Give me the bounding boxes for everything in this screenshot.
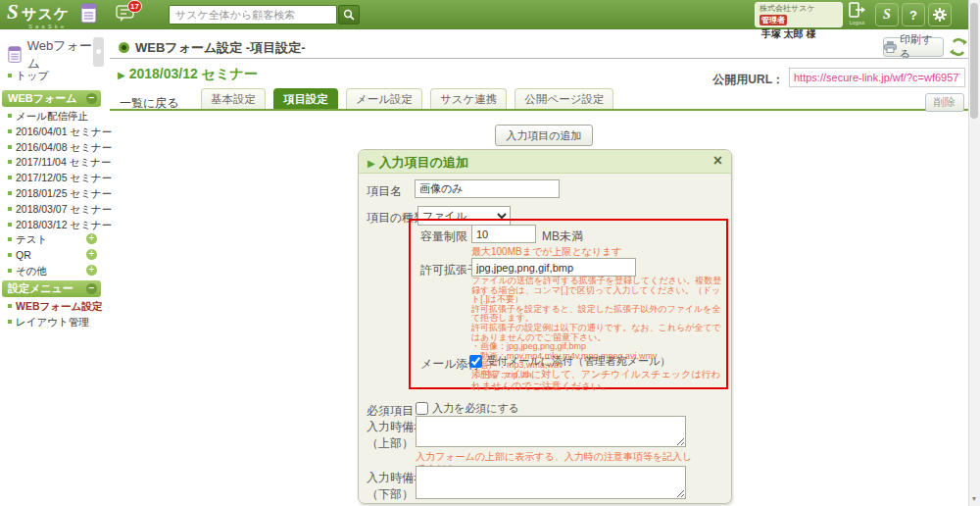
public-url-input[interactable] <box>789 68 965 87</box>
tab-basic[interactable]: 基本設定 <box>201 88 266 109</box>
app-window: S サスケ SaaSke 17 <box>0 0 980 506</box>
item-name-input[interactable] <box>415 179 560 198</box>
sidebar-item[interactable]: その他 <box>8 265 47 279</box>
bullet-icon <box>8 160 12 164</box>
expand-plus-icon[interactable]: + <box>86 249 97 260</box>
required-row: 入力を必須にする <box>416 401 519 416</box>
extensions-label: 許可拡張子 <box>420 262 479 278</box>
public-url-label: 公開用URL： <box>686 72 784 88</box>
dialog-header: ▶入力項目の追加 × <box>359 150 731 174</box>
capacity-note: 最大100MBまでが上限となります <box>471 246 622 258</box>
sidebar-item-top[interactable]: トップ <box>8 69 49 83</box>
sidebar-collapse-handle[interactable] <box>93 37 104 67</box>
global-search-input[interactable] <box>169 5 337 25</box>
tab-underline <box>110 109 968 111</box>
tab-items[interactable]: 項目設定 <box>273 88 338 109</box>
search-icon <box>343 9 355 21</box>
refresh-icon[interactable] <box>949 37 968 57</box>
logo-swoosh-icon: S <box>7 0 19 24</box>
sidebar-item[interactable]: 2018/03/07 セミナー <box>8 203 112 218</box>
sidebar-item[interactable]: 2016/04/08 セミナー <box>8 141 112 156</box>
note-top-textarea[interactable] <box>416 416 686 447</box>
notebook-icon <box>8 46 23 64</box>
capacity-label: 容量制限 <box>420 228 467 245</box>
required-checkbox-label: 入力を必須にする <box>432 401 519 416</box>
sidebar-item[interactable]: 2017/11/04 セミナー <box>8 156 111 171</box>
sidebar-item[interactable]: テスト <box>8 233 47 248</box>
bullet-icon <box>8 191 12 195</box>
delete-button[interactable]: 削除 <box>925 93 964 112</box>
user-name: 手塚 太郎 様 <box>761 28 816 39</box>
sidebar: Webフォーム トップ WEBフォーム − メール配信停止 2016/04/01… <box>0 29 104 506</box>
sidebar-section-settings: 設定メニュー − <box>2 280 101 297</box>
bullet-icon <box>8 129 12 133</box>
sidebar-item[interactable]: 2018/01/25 セミナー <box>8 187 112 202</box>
tab-mail[interactable]: メール設定 <box>346 88 422 109</box>
saaske-logo[interactable]: S サスケ SaaSke <box>7 2 70 29</box>
collapse-section-icon[interactable]: − <box>86 93 97 104</box>
notebook-icon <box>80 3 98 25</box>
file-settings-highlight-box: 容量制限 MB未満 最大100MBまでが上限となります 許可拡張子 ファイルの送… <box>409 219 728 389</box>
collapse-section-icon[interactable]: − <box>86 283 97 294</box>
capacity-input[interactable] <box>471 225 536 243</box>
user-info-panel: 株式会社サスケ 管理者 手塚 太郎 様 <box>755 2 843 27</box>
bullet-icon <box>8 237 12 241</box>
bullet-icon <box>8 207 12 211</box>
sidebar-item[interactable]: 2018/03/12 セミナー <box>8 219 112 233</box>
help-button[interactable]: ? <box>902 3 925 26</box>
capacity-suffix: MB未満 <box>542 228 583 245</box>
expand-plus-icon[interactable]: + <box>86 265 97 276</box>
bullet-icon <box>8 269 12 273</box>
mail-attach-checkbox-label: 受付メールに添付（管理者宛メール） <box>486 354 670 369</box>
gear-icon <box>933 8 947 22</box>
topbar: S サスケ SaaSke 17 <box>0 0 980 29</box>
role-badge: 管理者 <box>760 15 787 25</box>
add-input-item-button[interactable]: 入力項目の追加 <box>495 125 593 146</box>
sidebar-item[interactable]: QR <box>8 249 31 264</box>
form-title: ▶2018/03/12 セミナー <box>118 66 258 83</box>
sidebar-header: Webフォーム <box>8 37 104 73</box>
bullet-icon <box>8 114 12 118</box>
triangle-icon: ▶ <box>368 158 375 169</box>
notification-badge: 17 <box>127 0 142 13</box>
bullet-icon <box>8 74 12 77</box>
close-icon[interactable]: × <box>713 152 722 170</box>
bullet-icon <box>8 320 12 324</box>
item-name-label: 項目名 <box>367 183 402 200</box>
bullet-icon <box>8 253 12 257</box>
bullet-icon <box>8 223 12 227</box>
logo-text: サスケ <box>22 5 70 22</box>
sidebar-section-webform: WEBフォーム − <box>2 90 101 107</box>
sidebar-item[interactable]: 2016/04/01 セミナー <box>8 126 112 140</box>
sidebar-item-layout[interactable]: レイアウト管理 <box>8 316 89 330</box>
expand-plus-icon[interactable]: + <box>86 233 97 244</box>
tab-public-page[interactable]: 公開ページ設定 <box>514 88 613 109</box>
sidebar-item-webform-settings[interactable]: WEBフォーム設定 <box>8 300 102 315</box>
note-bottom-textarea[interactable] <box>416 466 686 499</box>
scrollbar-thumb[interactable] <box>970 3 978 119</box>
bullet-icon <box>8 176 12 179</box>
print-button[interactable]: 印刷する <box>883 37 944 57</box>
bullet-icon <box>8 145 12 149</box>
page-title-icon <box>119 42 129 53</box>
logout-button[interactable]: Logout <box>845 2 869 27</box>
logout-icon <box>849 2 866 18</box>
settings-tabs: 基本設定 項目設定 メール設定 サスケ連携 公開ページ設定 <box>201 88 613 109</box>
required-checkbox[interactable] <box>416 402 428 415</box>
webform-app-icon[interactable] <box>80 3 104 26</box>
mail-attach-note: 添付ファイルに対して、アンチウイルスチェックは行われませんのでご注意ください。 <box>471 369 724 392</box>
company-name: 株式会社サスケ <box>760 4 838 13</box>
bullet-icon <box>8 304 12 308</box>
scrollbar-down-arrow[interactable]: ▼ <box>969 493 979 505</box>
logout-label: Logout <box>845 21 869 25</box>
extensions-input[interactable] <box>471 258 636 277</box>
tab-saaske-link[interactable]: サスケ連携 <box>430 88 507 109</box>
search-button[interactable] <box>338 5 360 25</box>
saaske-home-button[interactable]: S <box>875 3 899 26</box>
mail-attach-row: 受付メールに添付（管理者宛メール） <box>469 354 670 369</box>
sidebar-item[interactable]: メール配信停止 <box>8 110 88 125</box>
settings-button[interactable] <box>928 3 952 26</box>
sidebar-item[interactable]: 2017/12/05 セミナー <box>8 172 112 186</box>
mail-attach-checkbox[interactable] <box>469 355 482 368</box>
triangle-icon: ▶ <box>118 70 125 80</box>
